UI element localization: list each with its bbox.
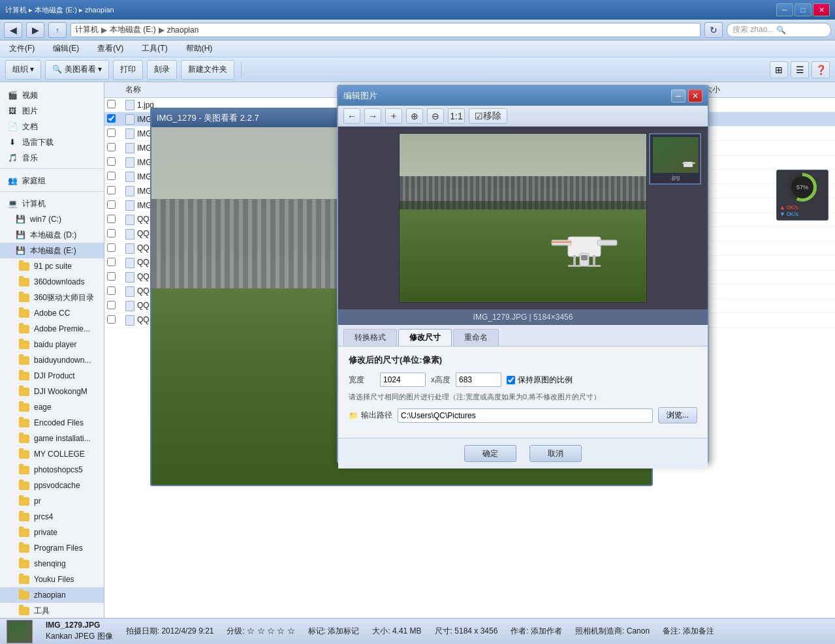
path-drive[interactable]: 本地磁盘 (E:) xyxy=(110,24,156,35)
sidebar-item-game[interactable]: game installati... xyxy=(0,431,104,446)
up-button[interactable]: ↑ xyxy=(48,22,67,38)
sidebar-item-photoshop[interactable]: photoshopcs5 xyxy=(0,462,104,478)
author-label: 作者: xyxy=(511,626,528,636)
sidebar-item-d-drive[interactable]: 💾 本地磁盘 (D:) xyxy=(0,227,104,243)
tab-resize[interactable]: 修改尺寸 xyxy=(398,329,452,346)
sidebar-label-adobe-cc: Adobe CC xyxy=(34,309,70,318)
dialog-forward-button[interactable]: → xyxy=(364,108,381,124)
sidebar-item-91pc[interactable]: 91 pc suite xyxy=(0,258,104,274)
keep-ratio-checkbox[interactable] xyxy=(507,376,515,384)
file-checkbox[interactable] xyxy=(107,129,123,139)
homegroup-icon: 👥 xyxy=(7,175,18,187)
minimize-button[interactable]: ─ xyxy=(776,3,793,16)
help-button[interactable]: ❓ xyxy=(811,61,830,78)
path-computer[interactable]: 计算机 xyxy=(75,24,99,35)
video-icon: 🎬 xyxy=(7,89,18,101)
tab-rename[interactable]: 重命名 xyxy=(453,329,499,346)
organize-button[interactable]: 组织 ▾ xyxy=(5,60,41,80)
menu-view[interactable]: 查看(V) xyxy=(93,42,127,55)
sidebar-item-360dl[interactable]: 360downloads xyxy=(0,274,104,290)
dialog-close-button[interactable]: ✕ xyxy=(688,89,702,102)
sidebar-item-homegroup[interactable]: 👥 家庭组 xyxy=(0,173,104,189)
burn-button[interactable]: 刻录 xyxy=(147,60,177,80)
sidebar-item-eage[interactable]: eage xyxy=(0,399,104,415)
sidebar: 🎬 视频 🖼 图片 📄 文档 ⬇ 迅雷下载 🎵 音乐 👥 家庭组 💻 计算机 xyxy=(0,82,104,618)
sidebar-item-adobe-cc[interactable]: Adobe CC xyxy=(0,305,104,321)
sidebar-item-adobe-pr[interactable]: Adobe Premie... xyxy=(0,321,104,337)
sidebar-label-baiduyun: baiduyundown... xyxy=(34,356,91,365)
sidebar-item-documents[interactable]: 📄 文档 xyxy=(0,119,104,134)
toolbar: 组织 ▾ 🔍 美图看看 ▾ 打印 刻录 新建文件夹 ⊞ ☰ ❓ xyxy=(0,57,835,82)
address-path[interactable]: 计算机 ▶ 本地磁盘 (E:) ▶ zhaopian xyxy=(71,23,701,37)
sidebar-label-zhaopian: zhaopian xyxy=(34,590,66,600)
sidebar-item-ppsvod[interactable]: ppsvodcache xyxy=(0,478,104,493)
sidebar-item-images[interactable]: 🖼 图片 xyxy=(0,103,104,119)
folder-game-icon xyxy=(18,433,30,444)
close-button[interactable]: ✕ xyxy=(813,3,830,16)
output-path-input[interactable] xyxy=(398,408,653,423)
path-folder[interactable]: zhaopian xyxy=(167,25,199,35)
camera-value: Canon xyxy=(627,626,650,636)
dialog-add-button[interactable]: ＋ xyxy=(385,108,402,124)
menu-file[interactable]: 文件(F) xyxy=(5,42,39,55)
image-icon: 🖼 xyxy=(7,105,18,117)
dialog-move-button[interactable]: ☑ 移除 xyxy=(469,108,507,124)
sidebar-item-e-drive[interactable]: 💾 本地磁盘 (E:) xyxy=(0,243,104,258)
sidebar-item-my-college[interactable]: MY COLLEGE xyxy=(0,446,104,462)
dialog-actual-size-button[interactable]: 1:1 xyxy=(448,108,465,124)
forward-button[interactable]: ▶ xyxy=(26,22,44,38)
sidebar-item-thunder[interactable]: ⬇ 迅雷下载 xyxy=(0,134,104,150)
browse-button[interactable]: 浏览... xyxy=(658,407,697,423)
menu-tools[interactable]: 工具(T) xyxy=(138,42,171,55)
file-checkbox[interactable] xyxy=(107,114,123,125)
maximize-button[interactable]: □ xyxy=(795,3,811,16)
sidebar-item-baidu-player[interactable]: baidu player xyxy=(0,337,104,352)
height-input[interactable] xyxy=(456,373,501,387)
sidebar-item-pr[interactable]: pr xyxy=(0,493,104,509)
sidebar-item-tools[interactable]: 工具 xyxy=(0,603,104,618)
sidebar-item-dji-product[interactable]: DJI Product xyxy=(0,368,104,384)
dialog-zoom-out-button[interactable]: ⊖ xyxy=(427,108,444,124)
sidebar-label-360driver: 360驱动大师目录 xyxy=(34,292,94,303)
sidebar-item-baiduyun[interactable]: baiduyundown... xyxy=(0,352,104,368)
width-input[interactable] xyxy=(380,373,426,387)
sidebar-item-zhaopian[interactable]: zhaopian xyxy=(0,587,104,603)
cancel-button[interactable]: 取消 xyxy=(529,445,582,462)
tab-convert-format[interactable]: 转换格式 xyxy=(343,329,397,346)
sidebar-item-360driver[interactable]: 360驱动大师目录 xyxy=(0,290,104,305)
menu-help[interactable]: 帮助(H) xyxy=(182,42,217,55)
search-icon[interactable]: 🔍 xyxy=(776,25,786,35)
sidebar-label-eage: eage xyxy=(34,403,52,412)
menu-edit[interactable]: 编辑(E) xyxy=(49,42,83,55)
new-folder-button[interactable]: 新建文件夹 xyxy=(181,60,234,80)
sidebar-label-my-college: MY COLLEGE xyxy=(34,450,85,459)
print-button[interactable]: 打印 xyxy=(113,60,143,80)
status-filetype: Kankan JPEG 图像 xyxy=(46,631,113,642)
sidebar-item-dji-woo[interactable]: DJI WookongM xyxy=(0,384,104,399)
ok-button[interactable]: 确定 xyxy=(464,445,516,462)
dialog-minimize-button[interactable]: ─ xyxy=(671,89,685,102)
sidebar-item-music[interactable]: 🎵 音乐 xyxy=(0,150,104,166)
dialog-title-bar: 编辑图片 ─ ✕ xyxy=(338,86,708,106)
document-icon: 📄 xyxy=(7,121,18,132)
file-checkbox[interactable] xyxy=(107,100,123,110)
sidebar-label-documents: 文档 xyxy=(22,121,38,132)
back-button[interactable]: ◀ xyxy=(4,22,22,38)
dialog-back-button[interactable]: ← xyxy=(343,108,360,124)
sidebar-item-shenqing[interactable]: shenqing xyxy=(0,556,104,572)
sidebar-item-progfiles[interactable]: Program Files xyxy=(0,540,104,556)
view-details-button[interactable]: ☰ xyxy=(791,61,809,78)
view-icons-button[interactable]: ⊞ xyxy=(770,61,788,78)
dialog-zoom-in-button[interactable]: ⊕ xyxy=(406,108,423,124)
search-box[interactable]: 搜索 zhao... 🔍 xyxy=(727,23,831,37)
sidebar-item-youku[interactable]: Youku Files xyxy=(0,572,104,587)
sidebar-item-video[interactable]: 🎬 视频 xyxy=(0,87,104,103)
sidebar-item-c-drive[interactable]: 💾 win7 (C:) xyxy=(0,211,104,227)
sidebar-item-prcs4[interactable]: prcs4 xyxy=(0,509,104,525)
sidebar-item-computer[interactable]: 💻 计算机 xyxy=(0,196,104,211)
refresh-button[interactable]: ↻ xyxy=(704,22,723,38)
col-size-header[interactable]: 大小 xyxy=(702,84,832,95)
viewer-button[interactable]: 🔍 美图看看 ▾ xyxy=(45,60,109,80)
sidebar-item-private[interactable]: private xyxy=(0,525,104,540)
sidebar-item-encoded[interactable]: Encoded Files xyxy=(0,415,104,431)
